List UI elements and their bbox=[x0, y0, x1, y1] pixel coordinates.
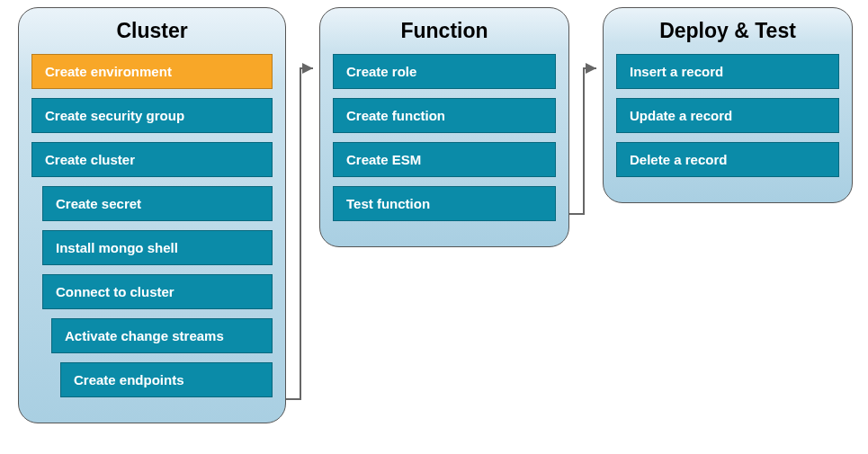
panel-cluster: Cluster Create environment Create securi… bbox=[18, 7, 286, 423]
panel-cluster-title: Cluster bbox=[31, 19, 273, 43]
arrow-function-to-deploy bbox=[569, 63, 605, 243]
arrow-cluster-to-function bbox=[286, 63, 322, 423]
step-create-cluster[interactable]: Create cluster bbox=[31, 142, 273, 177]
panel-deploy-title: Deploy & Test bbox=[616, 19, 839, 43]
step-connect-to-cluster[interactable]: Connect to cluster bbox=[42, 274, 273, 309]
step-test-function[interactable]: Test function bbox=[333, 186, 556, 221]
step-install-mongo-shell[interactable]: Install mongo shell bbox=[42, 230, 273, 265]
step-create-endpoints[interactable]: Create endpoints bbox=[60, 362, 273, 397]
step-delete-record[interactable]: Delete a record bbox=[616, 142, 839, 177]
step-activate-change-streams[interactable]: Activate change streams bbox=[51, 318, 273, 353]
step-update-record[interactable]: Update a record bbox=[616, 98, 839, 133]
step-create-environment[interactable]: Create environment bbox=[31, 54, 273, 89]
panel-function: Function Create role Create function Cre… bbox=[319, 7, 569, 247]
step-create-esm[interactable]: Create ESM bbox=[333, 142, 556, 177]
step-create-secret[interactable]: Create secret bbox=[42, 186, 273, 221]
step-create-security-group[interactable]: Create security group bbox=[31, 98, 273, 133]
step-create-role[interactable]: Create role bbox=[333, 54, 556, 89]
panel-function-title: Function bbox=[333, 19, 556, 43]
step-create-function[interactable]: Create function bbox=[333, 98, 556, 133]
panel-deploy: Deploy & Test Insert a record Update a r… bbox=[603, 7, 853, 203]
step-insert-record[interactable]: Insert a record bbox=[616, 54, 839, 89]
